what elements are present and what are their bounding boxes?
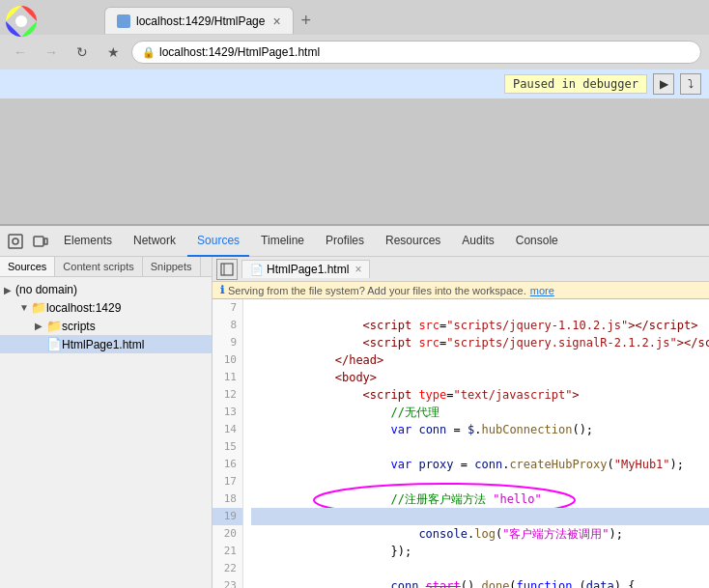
svg-rect-4	[34, 237, 43, 246]
svg-rect-2	[9, 235, 22, 248]
line-num-20: 20	[213, 525, 242, 543]
code-line-12: //无代理	[251, 386, 709, 404]
code-tab-title: HtmlPage1.html	[267, 263, 349, 276]
line-num-14: 14	[213, 421, 242, 438]
folder-icon-scripts: 📁	[46, 319, 62, 333]
code-tab-close-button[interactable]: ×	[354, 263, 361, 276]
svg-rect-6	[221, 264, 233, 275]
code-line-16	[251, 456, 709, 473]
tab-timeline[interactable]: Timeline	[251, 226, 314, 257]
line-num-7: 7	[213, 299, 242, 317]
info-text: Serving from the file system? Add your f…	[228, 285, 526, 296]
new-tab-button[interactable]: +	[301, 12, 312, 29]
tab-network[interactable]: Network	[124, 226, 185, 257]
bookmark-button[interactable]: ★	[100, 40, 126, 65]
code-line-13: var conn = $.hubConnection();	[251, 404, 709, 421]
tab-title: localhost:1429/HtmlPage	[136, 14, 265, 28]
code-line-8: <script src="scripts/jquery.signalR-2.1.…	[251, 317, 709, 334]
tree-label-htmlpage: HtmlPage1.html	[62, 338, 144, 351]
tab-elements[interactable]: Elements	[54, 226, 122, 257]
address-bar-row: ← → ↻ ★ 🔒 localhost:1429/HtmlPage1.html	[0, 35, 709, 70]
line-num-12: 12	[213, 386, 242, 404]
tree-label-scripts: scripts	[62, 320, 96, 333]
tab-resources[interactable]: Resources	[376, 226, 450, 257]
code-line-11: <script type="text/javascript">	[251, 369, 709, 386]
code-line-10: <body>	[251, 351, 709, 369]
code-line-17: //注册客户端方法 "hello"	[251, 473, 709, 490]
code-line-7: <script src="scripts/jquery-1.10.2.js"><…	[251, 299, 709, 317]
sidebar-tab-snippets[interactable]: Snippets	[143, 257, 201, 276]
tree-item-htmlpage[interactable]: 📄 HtmlPage1.html	[0, 335, 212, 353]
code-tabs: 📄 HtmlPage1.html ×	[213, 257, 709, 282]
browser-chrome: localhost:1429/HtmlPage × + ← → ↻ ★ 🔒 lo…	[0, 0, 709, 70]
tree-item-no-domain[interactable]: ▶ (no domain)	[0, 281, 212, 298]
line-num-11: 11	[213, 369, 242, 386]
browser-content-area	[0, 98, 709, 224]
folder-icon-localhost: 📁	[31, 300, 46, 315]
debugger-banner: Paused in debugger ▶ ⤵	[0, 70, 709, 98]
code-line-19: console.log("客户端方法被调用");	[251, 508, 709, 525]
info-more-link[interactable]: more	[530, 285, 554, 296]
tree-item-localhost[interactable]: ▼ 📁 localhost:1429	[0, 298, 212, 317]
tab-close-button[interactable]: ×	[272, 14, 280, 28]
line-num-8: 8	[213, 317, 242, 334]
tab-profiles[interactable]: Profiles	[316, 226, 374, 257]
devtools-toolbar: Elements Network Sources Timeline Profil…	[0, 226, 709, 257]
code-line-21	[251, 543, 709, 560]
line-num-17: 17	[213, 473, 242, 490]
tab-audits[interactable]: Audits	[452, 226, 503, 257]
line-num-18: 18	[213, 490, 242, 508]
code-line-20: });	[251, 525, 709, 543]
inspect-element-button[interactable]	[4, 230, 27, 253]
line-num-9: 9	[213, 334, 242, 351]
tree-arrow-localhost: ▼	[19, 302, 31, 313]
refresh-button[interactable]: ↻	[70, 40, 95, 65]
code-line-23	[251, 577, 709, 588]
code-line-22: conn.start().done(function (data) {	[251, 560, 709, 577]
devtools-body: Sources Content scripts Snippets ▶ (no d…	[0, 257, 709, 588]
line-num-22: 22	[213, 560, 242, 577]
sidebar-tab-sources[interactable]: Sources	[0, 257, 55, 276]
tree-arrow: ▶	[4, 285, 15, 295]
line-num-10: 10	[213, 351, 242, 369]
code-lines: <script src="scripts/jquery-1.10.2.js"><…	[243, 299, 709, 588]
active-tab[interactable]: localhost:1429/HtmlPage ×	[104, 7, 294, 34]
tree-label-localhost: localhost:1429	[46, 301, 121, 315]
info-bar: ℹ Serving from the file system? Add your…	[213, 282, 709, 299]
code-line-18: proxy.on("hello", function (data) { data…	[251, 490, 709, 508]
line-num-19: 19	[213, 508, 242, 525]
tree-arrow-scripts: ▶	[35, 321, 46, 331]
sources-panel-icon[interactable]	[216, 259, 238, 280]
code-tab-htmlpage[interactable]: 📄 HtmlPage1.html ×	[241, 260, 370, 278]
line-num-13: 13	[213, 404, 242, 421]
sidebar-panel: Sources Content scripts Snippets ▶ (no d…	[0, 257, 213, 588]
address-text: localhost:1429/HtmlPage1.html	[159, 45, 320, 59]
line-numbers: 7 8 9 10 11 12 13 14 15 16 17 18 19 20 2…	[213, 299, 243, 588]
tab-favicon	[117, 14, 130, 28]
tab-console[interactable]: Console	[506, 226, 568, 257]
line-num-16: 16	[213, 456, 242, 473]
devtools-panel: Elements Network Sources Timeline Profil…	[0, 224, 709, 588]
debugger-text: Paused in debugger	[504, 74, 647, 94]
tab-bar: localhost:1429/HtmlPage × +	[0, 0, 709, 35]
line-num-21: 21	[213, 543, 242, 560]
tab-sources[interactable]: Sources	[187, 226, 249, 257]
code-area[interactable]: 7 8 9 10 11 12 13 14 15 16 17 18 19 20 2…	[213, 299, 709, 588]
code-line-15: var proxy = conn.createHubProxy("MyHub1"…	[251, 438, 709, 456]
file-icon-htmlpage: 📄	[46, 337, 62, 351]
code-line-14	[251, 421, 709, 438]
code-panel: 📄 HtmlPage1.html × ℹ Serving from the fi…	[213, 257, 709, 588]
line-num-15: 15	[213, 438, 242, 456]
device-mode-button[interactable]	[29, 230, 52, 253]
sidebar-tabs: Sources Content scripts Snippets	[0, 257, 212, 277]
code-tab-file-icon: 📄	[250, 264, 264, 276]
tree-label-no-domain: (no domain)	[15, 283, 77, 296]
svg-point-3	[13, 238, 18, 244]
step-button[interactable]: ⤵	[680, 73, 701, 95]
tree-item-scripts[interactable]: ▶ 📁 scripts	[0, 317, 212, 335]
svg-point-1	[15, 15, 27, 27]
svg-rect-5	[44, 238, 47, 244]
resume-button[interactable]: ▶	[653, 73, 674, 95]
sidebar-tab-content-scripts[interactable]: Content scripts	[55, 257, 142, 276]
address-bar[interactable]: 🔒 localhost:1429/HtmlPage1.html	[131, 41, 701, 64]
